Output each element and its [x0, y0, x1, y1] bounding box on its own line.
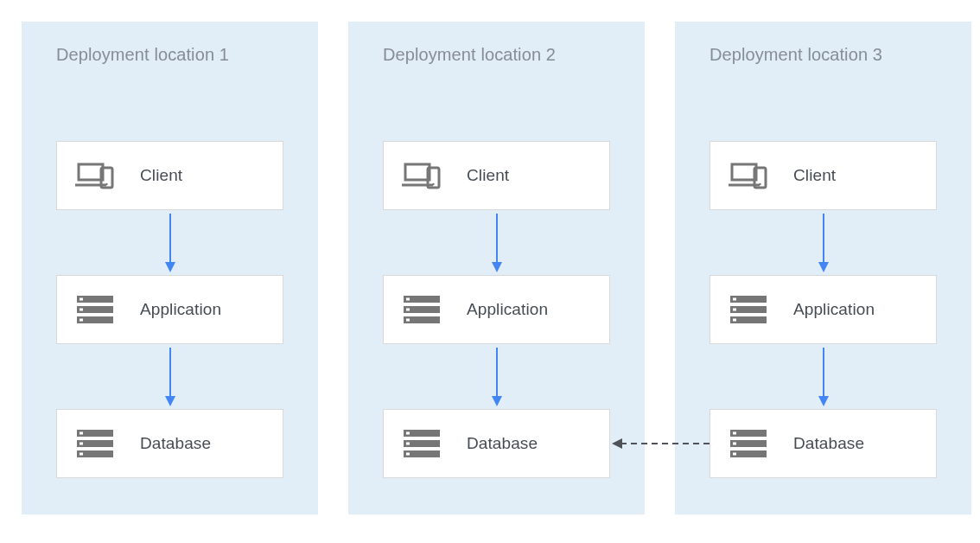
tier-application: Application: [383, 275, 610, 344]
server-icon: [401, 430, 442, 457]
svg-marker-3: [165, 262, 175, 272]
tier-application: Application: [710, 275, 937, 344]
tier-database: Database: [56, 409, 283, 478]
svg-rect-17: [80, 453, 83, 456]
arrow-down-icon: [383, 210, 610, 275]
client-devices-icon: [401, 161, 442, 190]
svg-rect-34: [406, 443, 410, 445]
svg-rect-27: [406, 319, 410, 322]
tier-database: Database: [710, 409, 937, 478]
diagram-canvas: Deployment location 1 Client: [0, 0, 980, 543]
tier-label: Database: [467, 434, 538, 453]
svg-marker-21: [492, 262, 502, 272]
server-icon: [74, 296, 116, 323]
svg-rect-8: [80, 309, 83, 311]
tier-label: Client: [140, 166, 182, 185]
svg-marker-39: [818, 262, 829, 272]
svg-rect-43: [733, 298, 736, 301]
arrow-down-icon: [383, 344, 610, 409]
svg-marker-55: [612, 438, 622, 449]
arrow-down-icon: [56, 344, 283, 409]
locations-row: Deployment location 1 Client: [22, 22, 971, 514]
deployment-location-3: Deployment location 3 Client: [675, 22, 971, 514]
location-title: Deployment location 1: [56, 44, 283, 65]
tier-label: Database: [793, 434, 864, 453]
svg-rect-33: [406, 432, 410, 435]
svg-marker-47: [818, 396, 829, 406]
svg-rect-16: [80, 443, 83, 445]
server-icon: [728, 430, 769, 457]
tier-label: Application: [467, 300, 548, 319]
tier-application: Application: [56, 275, 283, 344]
arrow-down-icon: [710, 344, 937, 409]
svg-rect-52: [733, 443, 736, 445]
server-icon: [401, 296, 442, 323]
svg-rect-53: [733, 453, 736, 456]
svg-rect-26: [406, 309, 410, 311]
tier-label: Application: [793, 300, 875, 319]
arrow-down-icon: [710, 210, 937, 275]
location-title: Deployment location 3: [710, 44, 937, 65]
svg-marker-11: [165, 396, 175, 406]
client-devices-icon: [728, 161, 769, 190]
svg-rect-9: [80, 319, 83, 322]
tier-database: Database: [383, 409, 610, 478]
deployment-location-2: Deployment location 2 Client: [348, 22, 645, 514]
svg-point-37: [759, 183, 760, 185]
client-devices-icon: [74, 161, 116, 190]
dashed-arrow-left-icon: [610, 435, 710, 452]
tier-label: Application: [140, 300, 221, 319]
location-title: Deployment location 2: [383, 44, 610, 65]
svg-rect-7: [80, 298, 83, 301]
tier-label: Client: [793, 166, 836, 185]
arrow-down-icon: [56, 210, 283, 275]
tier-label: Client: [467, 166, 509, 185]
tier-client: Client: [710, 141, 937, 210]
svg-rect-45: [733, 319, 736, 322]
deployment-location-1: Deployment location 1 Client: [22, 22, 318, 514]
tier-client: Client: [383, 141, 610, 210]
svg-rect-15: [80, 432, 83, 435]
tier-label: Database: [140, 434, 211, 453]
svg-point-1: [105, 183, 107, 185]
tier-client: Client: [56, 141, 283, 210]
server-icon: [74, 430, 116, 457]
svg-rect-44: [733, 309, 736, 311]
svg-point-19: [432, 183, 434, 185]
svg-rect-51: [733, 432, 736, 435]
svg-rect-25: [406, 298, 410, 301]
server-icon: [728, 296, 769, 323]
svg-marker-29: [492, 396, 502, 406]
svg-rect-35: [406, 453, 410, 456]
